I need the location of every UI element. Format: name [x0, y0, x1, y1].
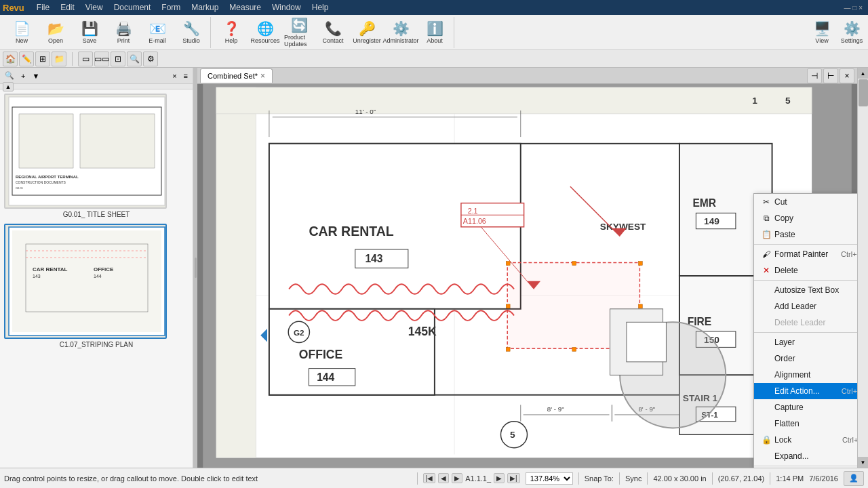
- nav-next-btn[interactable]: ▶: [494, 473, 505, 483]
- view-button[interactable]: 🖥️ View: [808, 17, 835, 48]
- tab-close-button[interactable]: ×: [260, 71, 265, 81]
- view-fit-icon[interactable]: ⊡: [111, 52, 125, 66]
- ctx-lock[interactable]: 🔒 Lock Ctrl+Shift+L: [754, 432, 857, 448]
- ctx-paste[interactable]: 📋 Paste Ctrl+V: [754, 226, 857, 243]
- thumb-image-2: CAR RENTAL 143 OFFICE 144: [4, 224, 167, 339]
- menu-markup[interactable]: Markup: [186, 1, 224, 14]
- svg-rect-87: [627, 322, 667, 362]
- panel-pen-icon[interactable]: ✏️: [19, 52, 34, 66]
- right-scroll-up[interactable]: ▲: [858, 68, 869, 79]
- layer-icon: [761, 337, 772, 348]
- view-double-icon[interactable]: ▭▭: [94, 52, 109, 66]
- ctx-order[interactable]: Order ▶: [754, 350, 857, 367]
- svg-rect-63: [638, 304, 642, 308]
- ctx-alignment[interactable]: Alignment ▶: [754, 367, 857, 383]
- ctx-layer[interactable]: Layer ▶: [754, 334, 857, 350]
- panel-search-btn[interactable]: 🔍: [2, 70, 17, 81]
- ctx-edit-action[interactable]: Edit Action... Ctrl+Shift+E: [754, 383, 857, 399]
- file-group: 📄 New 📂 Open 💾 Save 🖨️ Print 📧 E-mail 🔧 …: [3, 17, 211, 48]
- view-settings-icon[interactable]: ⚙: [143, 52, 158, 66]
- svg-text:145K: 145K: [408, 325, 437, 338]
- menu-view[interactable]: View: [80, 1, 108, 14]
- ctx-flatten[interactable]: Flatten: [754, 415, 857, 432]
- nav-last-btn[interactable]: ▶|: [507, 473, 520, 483]
- panel-close-btn[interactable]: ×: [170, 70, 179, 81]
- right-scroll-track[interactable]: [858, 79, 869, 457]
- ctx-cut[interactable]: ✂ Cut Ctrl+X: [754, 194, 857, 210]
- autosize-icon: [761, 285, 772, 296]
- product-updates-icon: 🔄: [291, 17, 308, 33]
- view-icon: 🖥️: [814, 20, 831, 37]
- menu-form[interactable]: Form: [156, 1, 186, 14]
- menu-measure[interactable]: Measure: [224, 1, 267, 14]
- page-thumb-1[interactable]: REGIONAL AIRPORT TERMINAL CONSTRUCTION D…: [4, 94, 189, 218]
- tab-panel-right-icon[interactable]: ⊢: [823, 68, 838, 83]
- unregister-button[interactable]: 🔑 Unregister: [351, 17, 383, 48]
- zoom-select[interactable]: 137.84%: [526, 472, 573, 485]
- new-button[interactable]: 📄 New: [5, 17, 38, 48]
- tab-panel-left-icon[interactable]: ⊣: [807, 68, 822, 83]
- canvas-area: Combined Set* × ⊣ ⊢ ×: [197, 68, 857, 468]
- menu-window[interactable]: Window: [267, 1, 307, 14]
- edit-action-icon: [761, 386, 772, 396]
- panel-add-btn[interactable]: +: [18, 70, 28, 81]
- contact-button[interactable]: 📞 Contact: [317, 17, 349, 48]
- ctx-format-painter[interactable]: 🖌 Format Painter Ctrl+Shift+C: [754, 246, 857, 262]
- ctx-copy[interactable]: ⧉ Copy Ctrl+C: [754, 210, 857, 226]
- help-button[interactable]: ❓ Help: [215, 17, 248, 48]
- ctx-edit-action-shortcut: Ctrl+Shift+E: [842, 387, 857, 395]
- view-tools: ▭ ▭▭ ⊡ 🔍 ⚙: [78, 52, 158, 66]
- ctx-capture[interactable]: Capture ▶: [754, 399, 857, 415]
- status-time: 1:14 PM: [776, 474, 804, 483]
- email-button[interactable]: 📧 E-mail: [141, 17, 174, 48]
- menu-document[interactable]: Document: [108, 1, 157, 14]
- menu-help[interactable]: Help: [307, 1, 334, 14]
- svg-text:CONSTRUCTION DOCUMENTS: CONSTRUCTION DOCUMENTS: [16, 180, 66, 184]
- lock-icon: 🔒: [761, 434, 772, 445]
- resources-button[interactable]: 🌐 Resources: [249, 17, 281, 48]
- right-tools-panel: ▲ ▼: [857, 68, 868, 468]
- studio-label: Studio: [182, 37, 200, 44]
- view-zoom-icon[interactable]: 🔍: [127, 52, 142, 66]
- status-date: 7/6/2016: [809, 474, 838, 483]
- studio-button[interactable]: 🔧 Studio: [175, 17, 208, 48]
- tab-combined-set[interactable]: Combined Set* ×: [200, 68, 273, 83]
- nav-first-btn[interactable]: |◀: [423, 473, 436, 483]
- panel-options-btn[interactable]: ≡: [181, 70, 191, 81]
- ctx-delete-leader[interactable]: Delete Leader: [754, 314, 857, 331]
- save-button[interactable]: 💾 Save: [73, 17, 106, 48]
- menu-file[interactable]: File: [31, 1, 55, 14]
- view-single-icon[interactable]: ▭: [78, 52, 93, 66]
- panel-filter-btn[interactable]: ▼: [29, 70, 42, 81]
- ctx-autosize-label: Autosize Text Box: [774, 285, 857, 295]
- panel-grid-icon[interactable]: ⊞: [35, 52, 50, 66]
- help-icon: ❓: [223, 20, 240, 37]
- status-avatar[interactable]: 👤: [844, 471, 864, 486]
- tab-close-all-icon[interactable]: ×: [840, 68, 854, 83]
- svg-rect-60: [572, 262, 576, 266]
- nav-prev-btn[interactable]: ◀: [438, 473, 449, 483]
- panel-tools: 🏠 ✏️ ⊞ 📁: [3, 52, 66, 66]
- ctx-add-leader[interactable]: Add Leader: [754, 298, 857, 314]
- product-updates-button[interactable]: 🔄 Product Updates: [283, 17, 315, 48]
- svg-text:2.1: 2.1: [468, 207, 478, 215]
- settings-button[interactable]: ⚙️ Settings: [838, 17, 865, 48]
- unregister-icon: 🔑: [359, 20, 376, 37]
- ctx-expand[interactable]: Expand... ▶: [754, 448, 857, 464]
- ctx-autosize-text-box[interactable]: Autosize Text Box Alt+Z: [754, 282, 857, 298]
- nav-play-btn[interactable]: ▶: [452, 473, 462, 483]
- ctx-delete-label: Delete: [774, 266, 857, 275]
- svg-text:149: 149: [704, 216, 719, 226]
- panel-home-icon[interactable]: 🏠: [3, 52, 18, 66]
- page-thumb-2[interactable]: CAR RENTAL 143 OFFICE 144 C1.07_STRIPING…: [4, 224, 189, 348]
- open-button[interactable]: 📂 Open: [39, 17, 72, 48]
- panel-folder-icon[interactable]: 📁: [52, 52, 66, 66]
- right-scroll-thumb[interactable]: [859, 79, 868, 106]
- print-button[interactable]: 🖨️ Print: [107, 17, 140, 48]
- studio-icon: 🔧: [183, 20, 200, 37]
- ctx-delete[interactable]: ✕ Delete Del: [754, 262, 857, 279]
- right-scroll-down[interactable]: ▼: [858, 457, 869, 468]
- menu-edit[interactable]: Edit: [55, 1, 80, 14]
- about-button[interactable]: ℹ️ About: [418, 17, 451, 48]
- administrator-button[interactable]: ⚙️ Administrator: [384, 17, 417, 48]
